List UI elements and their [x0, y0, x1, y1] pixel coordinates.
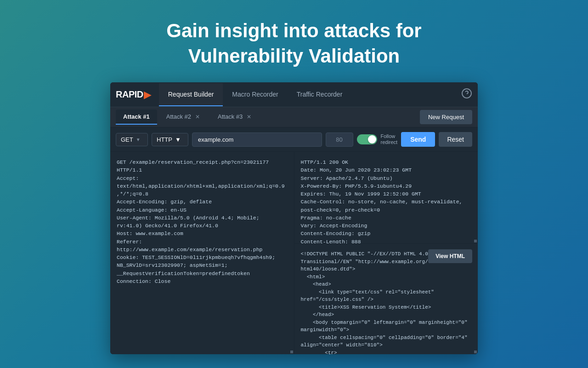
- resize-handle-response-header[interactable]: [474, 240, 477, 242]
- panels: View HTML: [110, 152, 478, 354]
- toggle-knob: [368, 135, 376, 144]
- app-container: RAPID ▶ Request Builder Macro Recorder T…: [110, 82, 478, 354]
- send-button[interactable]: Send: [401, 132, 435, 147]
- follow-redirect-toggle[interactable]: [357, 134, 377, 144]
- response-header-editor[interactable]: [294, 152, 478, 243]
- hero-line1: Gain insight into attacks for: [166, 20, 421, 41]
- resize-handle-request[interactable]: [290, 351, 293, 353]
- tab-attack-1[interactable]: Attack #1: [116, 109, 157, 125]
- close-tab-2[interactable]: ✕: [194, 113, 201, 121]
- request-panel: [110, 152, 294, 354]
- view-html-button[interactable]: View HTML: [428, 249, 472, 263]
- reset-button[interactable]: Reset: [439, 132, 472, 147]
- help-icon[interactable]: [461, 88, 472, 102]
- logo: RAPID ▶: [116, 89, 152, 101]
- request-editor[interactable]: [110, 152, 294, 354]
- tab-attack-2[interactable]: Attack #2 ✕: [159, 109, 209, 125]
- response-panel: View HTML: [294, 152, 478, 354]
- nav-bar: RAPID ▶ Request Builder Macro Recorder T…: [110, 82, 478, 107]
- method-select[interactable]: GET ▼: [116, 133, 148, 146]
- tab-strip: Attack #1 Attack #2 ✕ Attack #3 ✕ New Re…: [110, 107, 478, 127]
- follow-redirect-label: Followredirect: [381, 133, 398, 145]
- response-body-panel: View HTML: [294, 244, 478, 354]
- nav-tab-traffic-recorder[interactable]: Traffic Recorder: [288, 83, 352, 106]
- tab-attack-3[interactable]: Attack #3 ✕: [210, 109, 260, 125]
- url-bar: GET ▼ HTTP ▼ Followredirect Send Reset: [110, 127, 478, 152]
- method-arrow-icon: ▼: [136, 137, 141, 142]
- logo-text: RAPID: [116, 89, 143, 100]
- hero-section: Gain insight into attacks for Vulnerabil…: [157, 0, 430, 82]
- port-input[interactable]: [326, 132, 353, 147]
- new-request-button[interactable]: New Request: [420, 110, 472, 124]
- logo-arrow: ▶: [144, 89, 152, 101]
- url-input[interactable]: [192, 132, 322, 147]
- nav-tabs: Request Builder Macro Recorder Traffic R…: [159, 83, 461, 106]
- protocol-select[interactable]: HTTP ▼: [152, 133, 188, 146]
- hero-line2: Vulnerability Validation: [188, 45, 400, 67]
- response-header-panel: [294, 152, 478, 244]
- nav-tab-macro-recorder[interactable]: Macro Recorder: [223, 83, 287, 106]
- toggle-container: Followredirect: [357, 133, 398, 145]
- close-tab-3[interactable]: ✕: [245, 113, 253, 121]
- nav-tab-request-builder[interactable]: Request Builder: [159, 83, 223, 106]
- resize-handle-response-body[interactable]: [474, 351, 477, 353]
- protocol-arrow-icon: ▼: [175, 136, 181, 143]
